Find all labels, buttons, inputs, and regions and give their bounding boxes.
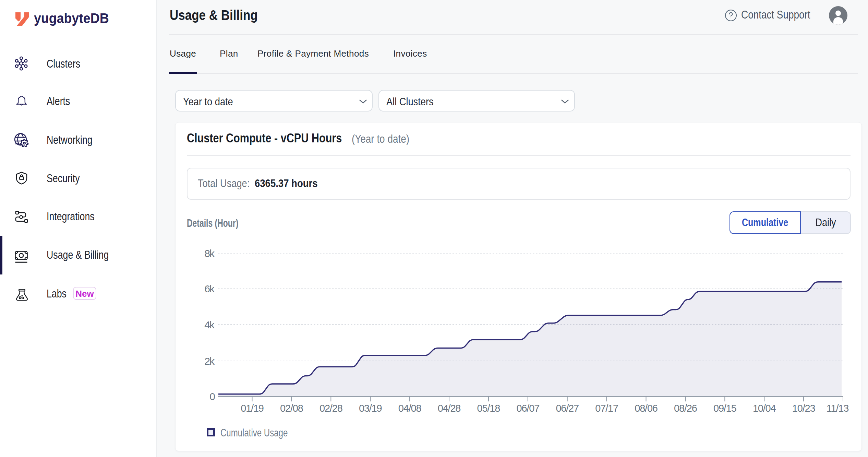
svg-text:10/23: 10/23 bbox=[792, 403, 815, 414]
svg-text:10/04: 10/04 bbox=[753, 403, 776, 414]
svg-text:02/08: 02/08 bbox=[280, 403, 303, 414]
svg-text:06/27: 06/27 bbox=[556, 403, 579, 414]
svg-text:04/08: 04/08 bbox=[398, 403, 421, 414]
svg-text:4k: 4k bbox=[204, 319, 215, 330]
svg-text:01/19: 01/19 bbox=[241, 403, 264, 414]
svg-text:0: 0 bbox=[209, 391, 215, 402]
svg-text:02/28: 02/28 bbox=[320, 403, 342, 414]
svg-text:08/06: 08/06 bbox=[635, 403, 658, 414]
svg-text:03/19: 03/19 bbox=[359, 403, 382, 414]
svg-text:8k: 8k bbox=[204, 248, 215, 259]
svg-text:06/07: 06/07 bbox=[517, 403, 540, 414]
svg-text:6k: 6k bbox=[204, 283, 215, 294]
svg-text:05/18: 05/18 bbox=[477, 403, 500, 414]
svg-text:2k: 2k bbox=[204, 355, 215, 367]
svg-text:04/28: 04/28 bbox=[438, 403, 461, 414]
svg-text:08/26: 08/26 bbox=[674, 403, 697, 414]
svg-text:11/13: 11/13 bbox=[827, 403, 848, 414]
svg-text:09/15: 09/15 bbox=[713, 403, 736, 414]
svg-text:07/17: 07/17 bbox=[595, 403, 618, 414]
